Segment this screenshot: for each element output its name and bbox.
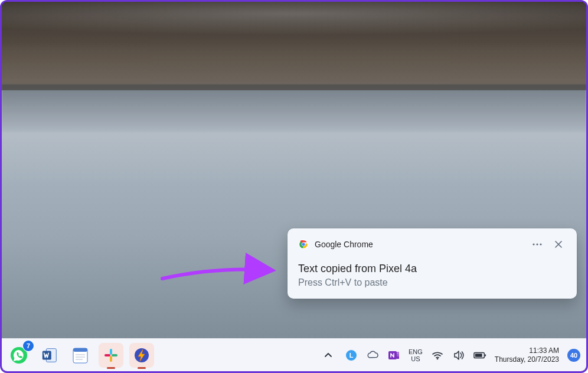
svg-rect-14 — [110, 349, 112, 355]
running-indicator — [107, 367, 115, 369]
notification-app-name: Google Chrome — [315, 240, 524, 249]
clock-time: 11:33 AM — [495, 346, 559, 355]
battery-indicator[interactable] — [473, 349, 486, 362]
svg-text:L: L — [349, 352, 354, 359]
chevron-up-icon — [324, 351, 332, 359]
whatsapp-badge: 7 — [23, 341, 34, 351]
svg-rect-24 — [397, 356, 399, 359]
notification-more-button[interactable] — [530, 237, 545, 252]
svg-point-3 — [533, 243, 534, 245]
notification-toast: Google Chrome Text copied from Pixel 4a … — [288, 228, 577, 299]
svg-rect-27 — [475, 354, 482, 357]
svg-rect-10 — [73, 348, 87, 352]
taskbar-app-notepad[interactable] — [68, 343, 93, 368]
clock-date: Thursday, 20/7/2023 — [495, 355, 559, 364]
circle-l-icon: L — [345, 349, 357, 361]
svg-rect-16 — [110, 356, 112, 362]
lang-top: ENG — [409, 348, 423, 355]
svg-rect-15 — [112, 354, 117, 356]
tray-onenote[interactable] — [387, 349, 400, 362]
onedrive-icon — [366, 351, 379, 360]
slack-icon — [103, 348, 119, 363]
taskbar-pinned-apps: 7 — [6, 343, 154, 368]
notification-header: Google Chrome — [298, 237, 566, 252]
clock[interactable]: 11:33 AM Thursday, 20/7/2023 — [495, 346, 559, 364]
taskbar-app-slack[interactable] — [99, 343, 123, 368]
bolt-icon — [134, 348, 149, 363]
tray-overflow-chevron[interactable] — [320, 347, 337, 364]
taskbar-app-whatsapp[interactable]: 7 — [6, 343, 31, 368]
running-indicator — [138, 367, 146, 369]
taskbar: 7 — [2, 338, 586, 371]
system-tray: L ENG US 11:33 AM — [320, 346, 580, 364]
svg-point-25 — [437, 358, 439, 359]
svg-rect-28 — [485, 354, 486, 356]
wifi-indicator[interactable] — [431, 349, 444, 362]
chrome-icon — [298, 239, 309, 250]
more-icon — [533, 243, 542, 246]
svg-point-4 — [536, 243, 538, 245]
onenote-icon — [388, 349, 400, 361]
tray-onedrive[interactable] — [366, 349, 379, 362]
notification-title: Text copied from Pixel 4a — [298, 263, 566, 275]
notification-close-button[interactable] — [551, 237, 566, 252]
close-icon — [555, 241, 562, 248]
volume-indicator[interactable] — [452, 349, 465, 362]
tray-app-circle-l[interactable]: L — [345, 349, 358, 362]
word-icon — [41, 346, 58, 364]
desktop-screenshot: Google Chrome Text copied from Pixel 4a … — [0, 0, 588, 373]
notification-center-badge[interactable]: 40 — [567, 349, 580, 362]
svg-rect-17 — [104, 354, 110, 356]
speaker-icon — [453, 350, 465, 361]
wifi-icon — [432, 351, 443, 360]
battery-icon — [473, 351, 486, 359]
notification-subtitle: Press Ctrl+V to paste — [298, 277, 566, 288]
taskbar-app-thunder[interactable] — [129, 343, 154, 368]
lang-bottom: US — [409, 355, 423, 362]
taskbar-app-word[interactable] — [37, 343, 62, 368]
svg-rect-23 — [397, 354, 399, 356]
notepad-icon — [72, 346, 89, 364]
svg-point-5 — [540, 243, 541, 245]
svg-rect-22 — [397, 352, 399, 354]
language-indicator[interactable]: ENG US — [409, 348, 423, 362]
